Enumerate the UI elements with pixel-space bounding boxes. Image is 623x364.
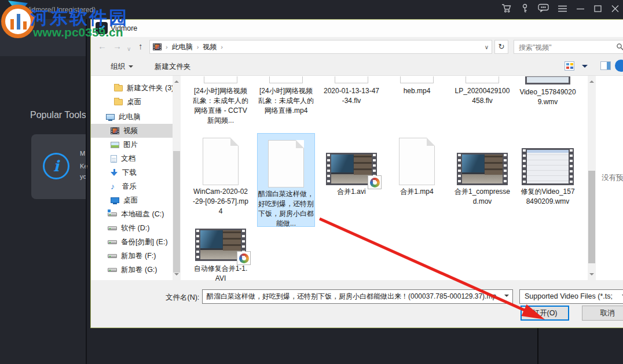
info-icon: i bbox=[43, 153, 69, 179]
sidebar-item-drive-c[interactable]: 本地磁盘 (C:) bbox=[91, 207, 173, 221]
file-thumbnail bbox=[203, 138, 239, 185]
open-button[interactable]: 打开(O) bbox=[521, 306, 569, 321]
cancel-button[interactable]: 取消 bbox=[582, 306, 623, 321]
download-icon bbox=[111, 169, 118, 177]
file-name: 2020-01-13-13-47-34.flv bbox=[323, 86, 380, 106]
maximize-button[interactable] bbox=[593, 5, 602, 13]
file-item[interactable]: LP_20200429100458.flv bbox=[453, 76, 511, 106]
screen: Vidmore(Unregistered) Popular Tools i M … bbox=[0, 0, 623, 364]
sidebar-item-drive-e[interactable]: 备份[勿删] (E:) bbox=[91, 235, 173, 249]
film-icon bbox=[111, 127, 119, 134]
dialog-title: Vidmore bbox=[111, 24, 137, 32]
filetype-select[interactable]: Supported Video Files (*.ts; bbox=[519, 289, 623, 304]
forward-icon[interactable] bbox=[113, 41, 122, 52]
sidebar-item-pictures[interactable]: 图片 bbox=[91, 138, 173, 152]
filename-input[interactable]: 醋溜白菜这样做，好吃到爆，还特别下饭，厨房小白都能做出来！(000037.785… bbox=[202, 289, 513, 304]
media-player-overlay-icon bbox=[237, 251, 251, 265]
view-thumbnails-icon[interactable] bbox=[565, 61, 574, 71]
chevron-down-icon bbox=[129, 65, 133, 70]
scrollbar-thumb[interactable] bbox=[588, 171, 595, 263]
film-icon bbox=[153, 43, 162, 50]
search-input[interactable]: 搜索"视频" bbox=[514, 40, 623, 54]
sidebar-scrollbar[interactable] bbox=[173, 76, 181, 280]
scrollbar-thumb[interactable] bbox=[173, 151, 180, 273]
sidebar-item-drive-f[interactable]: 新加卷 (F:) bbox=[91, 249, 173, 263]
file-item[interactable]: 自动修复合并1-1.AVI bbox=[192, 229, 250, 284]
open-file-dialog: Vidmore 此电脑 视频 搜索"视频" 组织 bbox=[90, 19, 623, 328]
back-icon[interactable] bbox=[98, 41, 107, 52]
sidebar-item-music[interactable]: 音乐 bbox=[91, 179, 173, 193]
cart-icon[interactable] bbox=[501, 3, 512, 13]
panel-divider bbox=[86, 19, 87, 364]
help-icon[interactable] bbox=[615, 60, 623, 72]
file-item[interactable]: 合并1_compressed.mov bbox=[453, 133, 511, 207]
breadcrumb-this-pc[interactable]: 此电脑 bbox=[172, 42, 193, 52]
organize-button[interactable]: 组织 bbox=[111, 62, 133, 72]
file-name: 修复的Video_1578490209.wmv bbox=[519, 187, 577, 207]
file-list-scrollbar[interactable] bbox=[588, 76, 596, 280]
minimize-button[interactable] bbox=[576, 5, 585, 13]
folder-icon bbox=[114, 85, 123, 91]
sidebar-item-downloads[interactable]: 下载 bbox=[91, 166, 173, 179]
file-item[interactable]: [24小时]网络视频乱象：未成年人的网络直播.mp4 bbox=[257, 76, 315, 116]
file-name: [24小时]网络视频乱象：未成年人的网络直播.mp4 bbox=[257, 86, 315, 116]
close-button[interactable] bbox=[611, 5, 620, 13]
scroll-up-icon[interactable] bbox=[589, 78, 594, 83]
search-icon[interactable] bbox=[616, 43, 623, 53]
card-text-fragment: M bbox=[80, 150, 85, 157]
tool-card[interactable]: i bbox=[31, 134, 86, 199]
history-chevron-icon[interactable] bbox=[127, 44, 131, 54]
file-item-selected[interactable]: 醋溜白菜这样做，好吃到爆，还特别下饭，厨房小白都能做... bbox=[257, 133, 315, 227]
sidebar-item-desktop[interactable]: 桌面 bbox=[91, 193, 173, 207]
file-thumbnail bbox=[466, 76, 499, 83]
address-dropdown-icon[interactable] bbox=[485, 44, 489, 50]
file-thumbnail bbox=[522, 148, 574, 185]
drive-icon bbox=[108, 254, 117, 258]
file-item[interactable]: [24小时]网络视频乱象：未成年人的网络直播 - CCTV 新闻频... bbox=[192, 76, 250, 126]
feedback-icon[interactable] bbox=[538, 3, 549, 13]
music-note-icon bbox=[111, 182, 118, 190]
sidebar-item-this-pc[interactable]: 此电脑 bbox=[91, 110, 173, 124]
file-name: 自动修复合并1-1.AVI bbox=[192, 264, 250, 284]
file-name: 合并1_compressed.mov bbox=[453, 187, 511, 207]
filename-label: 文件名(N): bbox=[166, 293, 199, 303]
file-item[interactable]: 合并1.avi bbox=[323, 133, 380, 197]
file-name: LP_20200429100458.flv bbox=[453, 86, 511, 106]
menu-icon[interactable] bbox=[558, 5, 567, 13]
breadcrumb-videos[interactable]: 视频 bbox=[203, 42, 217, 52]
file-item[interactable]: Video_1578490209.wmv bbox=[519, 76, 577, 107]
file-item[interactable]: 修复的Video_1578490209.wmv bbox=[519, 133, 577, 207]
preview-pane-icon[interactable] bbox=[600, 61, 611, 70]
scroll-up-icon[interactable] bbox=[174, 78, 179, 83]
chevron-right-icon bbox=[193, 43, 203, 50]
breadcrumb[interactable]: 此电脑 视频 bbox=[149, 40, 492, 54]
chevron-right-icon bbox=[217, 43, 227, 50]
app-left-panel bbox=[0, 56, 86, 364]
up-icon[interactable] bbox=[138, 41, 143, 52]
dialog-toolbar: 组织 新建文件夹 bbox=[91, 57, 623, 76]
chevron-down-icon[interactable] bbox=[504, 295, 509, 299]
sidebar-item-documents[interactable]: 文档 bbox=[91, 152, 173, 166]
refresh-icon[interactable] bbox=[494, 40, 508, 54]
file-thumbnail bbox=[335, 76, 368, 83]
dialog-titlebar[interactable]: Vidmore bbox=[91, 20, 623, 37]
sidebar-item-desktop-folder[interactable]: 桌面 bbox=[91, 95, 173, 109]
file-item[interactable]: WinCam-2020-02-29-[09-26-57].mp4 bbox=[192, 133, 250, 216]
view-dropdown-icon[interactable] bbox=[582, 65, 588, 71]
key-icon[interactable] bbox=[521, 3, 529, 13]
scroll-down-icon[interactable] bbox=[589, 273, 594, 278]
sidebar-item-videos[interactable]: 视频 bbox=[91, 124, 173, 138]
file-thumbnail bbox=[457, 153, 508, 185]
file-item[interactable]: 合并1.mp4 bbox=[388, 133, 446, 197]
preview-empty-text: 没有预览 bbox=[602, 173, 623, 183]
sidebar-item-new-folder[interactable]: 新建文件夹 (3) bbox=[91, 81, 173, 95]
popular-tools-heading: Popular Tools bbox=[30, 110, 86, 120]
sidebar-item-drive-d[interactable]: 软件 (D:) bbox=[91, 221, 173, 235]
sidebar-item-drive-g[interactable]: 新加卷 (G:) bbox=[91, 263, 173, 277]
drive-icon bbox=[108, 226, 117, 230]
file-item[interactable]: 2020-01-13-13-47-34.flv bbox=[323, 76, 380, 106]
file-item[interactable]: heb.mp4 bbox=[388, 76, 446, 96]
new-folder-button[interactable]: 新建文件夹 bbox=[155, 62, 191, 72]
app-titlebar: Vidmore(Unregistered) bbox=[0, 0, 623, 19]
scroll-down-icon[interactable] bbox=[174, 273, 179, 278]
